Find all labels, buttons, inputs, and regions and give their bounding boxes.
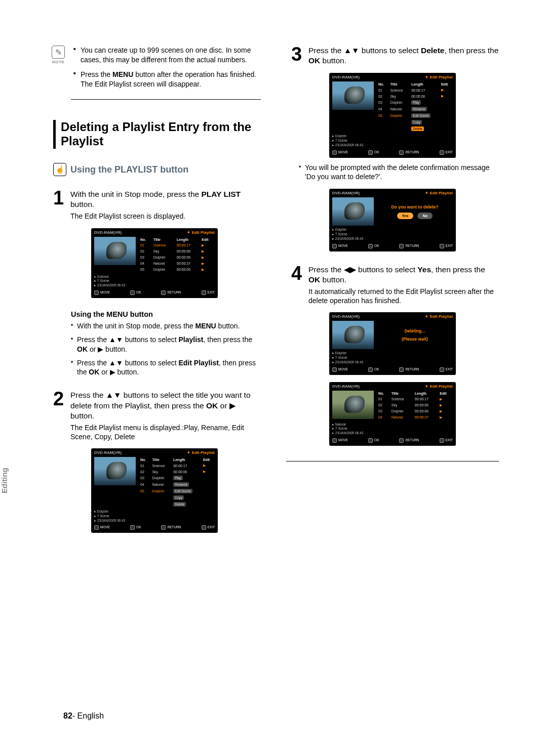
page-number: 82 <box>63 711 72 720</box>
menu-bullet: With the unit in Stop mode, press the ME… <box>71 321 261 331</box>
osd-thumbnail <box>94 457 136 485</box>
step-bold: PLAY LIST <box>201 190 241 198</box>
osd-screenshot-5: DVD-RAM(VR)✦ Edit Playlist Deleting... (… <box>329 312 456 374</box>
note-label: NOTE <box>48 60 68 64</box>
step-1: 1 With the unit in Stop mode, press the … <box>53 189 261 209</box>
osd-thumbnail <box>94 237 136 265</box>
step-desc: The Edit Playlist screen is displayed. <box>70 212 261 221</box>
osd-thumbnail <box>332 81 374 110</box>
osd-screenshot-4: DVD-RAM(VR)✦ Edit Playlist Do you want t… <box>329 189 456 251</box>
osd-thumbnail <box>332 391 374 419</box>
step-body: Press the ▲▼ buttons to select Delete, t… <box>308 46 499 66</box>
osd-thumbnail <box>332 197 374 226</box>
osd-edit-label: Edit Playlist <box>192 230 215 235</box>
osd-title-list: No.TitleLengthEdit 01Science00:00:17▶ 02… <box>139 237 215 273</box>
dialog-question: Do you want to delete? <box>391 204 438 209</box>
osd-deleting: Deleting... (Please wait) <box>377 321 453 349</box>
osd-dialog: Do you want to delete? Yes No <box>377 197 453 226</box>
note-item: Press the MENU button after the operatio… <box>73 70 261 89</box>
step-number: 1 <box>53 189 66 209</box>
step-desc: The Edit Playlist menu is displayed.:Pla… <box>70 423 261 441</box>
note-list: You can create up to 999 scenes on one d… <box>73 46 261 94</box>
step-number: 4 <box>291 265 304 285</box>
osd-screenshot-2: DVD-RAM(VR)✦ Edit Playlist No.TitleLengt… <box>91 448 218 533</box>
osd-screenshot-3: DVD-RAM(VR)✦ Edit Playlist No.TitleLengt… <box>329 73 456 157</box>
osd-screenshot-1: DVD-RAM(VR)✦ Edit Playlist No.TitleLengt… <box>91 228 218 298</box>
footer-lang: English <box>77 711 104 720</box>
side-tab-editing: Editing <box>0 468 9 493</box>
step-body: Press the ▲▼ buttons to select the title… <box>70 390 261 421</box>
osd-thumbnail <box>332 321 374 349</box>
please-wait-text: (Please wait) <box>402 337 428 342</box>
note-item: You can create up to 999 scenes on one d… <box>73 46 261 65</box>
step-body: With the unit in Stop mode, press the PL… <box>70 189 261 209</box>
subsection-title: Using the PLAYLIST button <box>70 164 188 175</box>
menu-bullet-list: With the unit in Stop mode, press the ME… <box>71 321 261 377</box>
section-bar <box>53 120 56 149</box>
menu-bullet: Press the ▲▼ buttons to select Playlist,… <box>71 335 261 354</box>
dialog-yes: Yes <box>397 213 414 219</box>
divider <box>286 461 499 461</box>
osd-meta: ▸ Science ▸ 7 Scene ▸ 23/JAN/2005 06:43 <box>91 273 218 288</box>
step-4: 4 Press the ◀▶ buttons to select Yes, th… <box>291 265 499 285</box>
osd-screenshot-6: DVD-RAM(VR)✦ Edit Playlist No.TitleLengt… <box>329 382 456 446</box>
menu-bullet: Press the ▲▼ buttons to select Edit Play… <box>71 358 261 377</box>
osd-dvd-label: DVD-RAM(VR) <box>94 230 122 235</box>
footer-sep: - <box>72 711 75 720</box>
confirm-bullet: You will be prompted with the delete con… <box>299 163 499 182</box>
note-icon: ✎ <box>52 46 65 59</box>
dialog-no: No <box>417 213 433 219</box>
note-block: ✎ NOTE You can create up to 999 scenes o… <box>48 46 261 94</box>
step-desc: It automatically returned to the Edit Pl… <box>308 287 499 305</box>
step-2: 2 Press the ▲▼ buttons to select the tit… <box>53 390 261 421</box>
page-footer: 82- English <box>63 711 104 721</box>
section-title: Deleting a Playlist Entry from the Playl… <box>61 120 261 149</box>
menu-heading: Using the MENU button <box>71 310 261 318</box>
step-number: 3 <box>291 46 304 66</box>
step-text: button. <box>70 200 94 208</box>
step-number: 2 <box>53 390 66 421</box>
step-text: With the unit in Stop mode, press the <box>70 190 201 198</box>
deleting-text: Deleting... <box>405 328 425 333</box>
step-body: Press the ◀▶ buttons to select Yes, then… <box>308 265 499 285</box>
confirm-bullet-list: You will be prompted with the delete con… <box>299 163 499 182</box>
osd-bottom-bar: MOVE OK RETURN EXIT <box>91 288 218 296</box>
divider <box>71 99 261 100</box>
hand-icon: ☝ <box>53 163 66 176</box>
step-3: 3 Press the ▲▼ buttons to select Delete,… <box>291 46 499 66</box>
